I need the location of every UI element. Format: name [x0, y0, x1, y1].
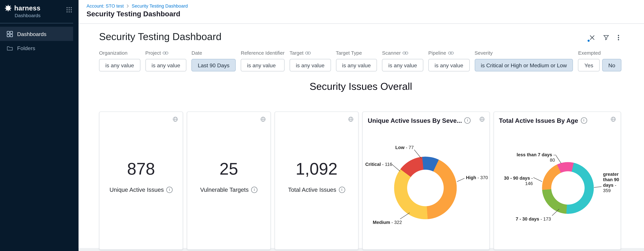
- callout-medium: Medium - 322: [373, 220, 402, 225]
- stat-label: Total Active Issues i: [288, 186, 345, 193]
- exempted-yes-button[interactable]: Yes: [578, 59, 600, 71]
- app-root: harness Dashboards Dashboards Folders: [0, 0, 644, 251]
- sidebar-header: harness Dashboards: [0, 0, 73, 23]
- callout-30-90-days: 30 - 90 days - 146: [496, 176, 533, 186]
- filter-pipeline: Pipeline is any value: [428, 50, 470, 71]
- filter-target-type: Target Type is any value: [336, 50, 377, 71]
- filter-project-value[interactable]: is any value: [145, 59, 186, 71]
- top-header: Account: STO test Security Testing Dashb…: [78, 0, 644, 24]
- filter-label: Scanner: [382, 50, 401, 56]
- info-icon[interactable]: i: [581, 117, 587, 124]
- callout-critical: Critical - 116: [365, 162, 392, 167]
- filter-label: Organization: [99, 50, 128, 56]
- chain-link-icon: [305, 51, 311, 55]
- app-launcher-icon[interactable]: [66, 7, 72, 15]
- breadcrumb-page-link[interactable]: Security Testing Dashboard: [132, 3, 188, 8]
- info-icon[interactable]: i: [464, 117, 471, 124]
- chain-link-icon: [402, 51, 408, 55]
- filter-severity-value[interactable]: is Critical or High or Medium or Low: [474, 59, 573, 71]
- filter-label: Reference Identifier: [241, 50, 285, 56]
- stat-tile-total-active-issues: 1,092 Total Active Issues i: [274, 112, 358, 250]
- sidebar-item-label: Folders: [17, 45, 35, 51]
- filter-date-value[interactable]: Last 90 Days: [192, 59, 236, 71]
- dashboard-panel: Security Testing Dashboard: [78, 24, 644, 248]
- severity-donut-chart[interactable]: [394, 157, 457, 219]
- filter-funnel-icon[interactable]: [603, 35, 609, 40]
- sidebar-module-title: Dashboards: [15, 13, 68, 18]
- harness-logo-icon[interactable]: [4, 4, 12, 12]
- filter-target: Target is any value: [290, 50, 331, 71]
- chart-title: Unique Active Issues By Seve...: [368, 117, 462, 124]
- sidebar-nav: Dashboards Folders: [0, 27, 78, 55]
- breadcrumb-chevron-icon: [126, 4, 129, 8]
- folder-icon: [7, 45, 13, 51]
- dashboards-grid-icon: [7, 31, 13, 37]
- main-area: Security Testing Dashboard: [78, 24, 644, 251]
- breadcrumb-account-link[interactable]: Account: STO test: [86, 3, 124, 8]
- chart-tile-unique-active-issues-by-severity: Unique Active Issues By Seve... i Low - …: [362, 112, 490, 250]
- stat-tile-unique-active-issues: 878 Unique Active Issues i: [99, 112, 183, 250]
- filter-project: Project is any value: [145, 50, 186, 71]
- stat-label: Unique Active Issues i: [110, 186, 173, 193]
- dashboard-actions: [590, 35, 619, 40]
- sidebar: harness Dashboards Dashboards Folders: [0, 0, 78, 251]
- stat-label-text: Unique Active Issues: [110, 186, 164, 193]
- globe-icon[interactable]: [260, 116, 266, 124]
- page-title: Security Testing Dashboard: [86, 10, 644, 18]
- filter-bar: Organization is any value Project is any…: [99, 50, 622, 71]
- filter-target-type-value[interactable]: is any value: [336, 59, 377, 71]
- callout-greater-than-90-days: greater than 90 days - 359: [603, 172, 620, 193]
- filter-label: Exempted: [578, 50, 601, 56]
- info-icon[interactable]: i: [166, 187, 172, 193]
- filter-label: Target: [290, 50, 304, 56]
- filter-exempted: Exempted Yes No: [578, 50, 622, 71]
- tiles-row: 878 Unique Active Issues i 25 Vulnerable…: [99, 112, 622, 250]
- filter-organization: Organization is any value: [99, 50, 140, 71]
- filter-label: Project: [145, 50, 161, 56]
- stat-label: Vulnerable Targets i: [200, 186, 257, 193]
- stat-label-text: Total Active Issues: [288, 186, 336, 193]
- chart-tile-total-active-issues-by-age: Total Active Issues By Age i less than 7…: [494, 112, 621, 250]
- globe-icon[interactable]: [348, 116, 354, 124]
- sidebar-item-dashboards[interactable]: Dashboards: [0, 27, 73, 41]
- filter-scanner: Scanner is any value: [382, 50, 423, 71]
- callout-low: Low - 77: [375, 145, 414, 150]
- filter-date: Date Last 90 Days: [192, 50, 236, 71]
- exempted-no-button[interactable]: No: [602, 59, 622, 71]
- globe-icon[interactable]: [172, 116, 178, 124]
- section-title: Security Issues Overall: [99, 81, 622, 92]
- close-icon[interactable]: [590, 35, 595, 40]
- chain-link-icon: [448, 51, 454, 55]
- filter-reference-identifier-value[interactable]: is any value: [241, 59, 285, 71]
- stat-value: 25: [220, 160, 238, 177]
- age-donut-chart[interactable]: [542, 162, 594, 214]
- filter-scanner-value[interactable]: is any value: [382, 59, 423, 71]
- brand-name: harness: [14, 4, 40, 12]
- filter-label: Target Type: [336, 50, 362, 56]
- dashboard-title: Security Testing Dashboard: [99, 30, 222, 42]
- filter-severity: Severity is Critical or High or Medium o…: [474, 50, 573, 71]
- stat-tile-vulnerable-targets: 25 Vulnerable Targets i: [187, 112, 271, 250]
- filter-label: Severity: [474, 50, 493, 56]
- chart-title: Total Active Issues By Age: [499, 117, 578, 124]
- callout-less-than-7-days: less than 7 days - 80: [511, 152, 555, 163]
- info-icon[interactable]: i: [339, 187, 345, 193]
- stat-value: 878: [127, 160, 155, 177]
- chain-link-icon: [162, 51, 168, 55]
- sidebar-item-folders[interactable]: Folders: [0, 41, 73, 55]
- sidebar-item-label: Dashboards: [17, 31, 46, 37]
- stat-label-text: Vulnerable Targets: [200, 186, 248, 193]
- filter-pipeline-value[interactable]: is any value: [428, 59, 470, 71]
- filter-label: Date: [192, 50, 202, 56]
- callout-7-30-days: 7 - 30 days - 173: [516, 216, 551, 222]
- kebab-menu-icon[interactable]: [618, 35, 619, 40]
- info-icon[interactable]: i: [251, 187, 257, 193]
- filter-organization-value[interactable]: is any value: [99, 59, 140, 71]
- content-column: Account: STO test Security Testing Dashb…: [78, 0, 644, 251]
- filter-indicator-dot: [588, 40, 590, 42]
- callout-high: High - 370: [466, 175, 488, 180]
- filter-reference-identifier: Reference Identifier is any value: [241, 50, 285, 71]
- filter-target-value[interactable]: is any value: [290, 59, 331, 71]
- filter-label: Pipeline: [428, 50, 446, 56]
- breadcrumb: Account: STO test Security Testing Dashb…: [86, 3, 644, 8]
